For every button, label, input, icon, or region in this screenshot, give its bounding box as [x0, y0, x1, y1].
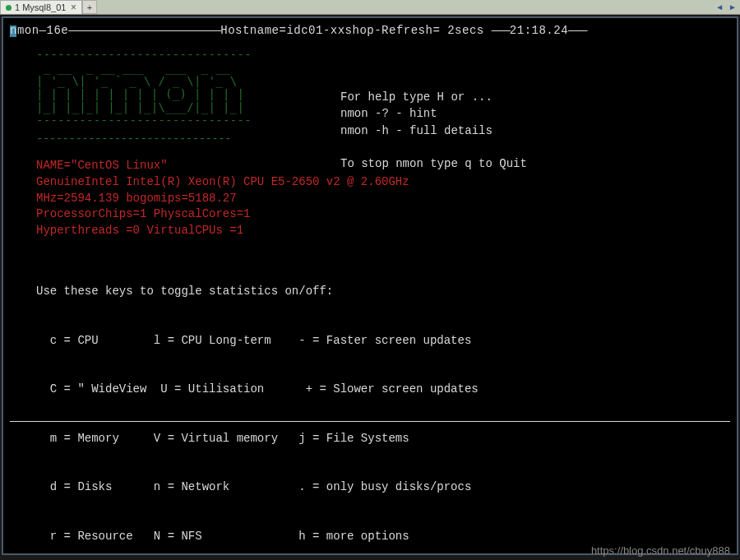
- tab-item[interactable]: 1 Mysql8_01 ×: [0, 0, 82, 14]
- add-tab-button[interactable]: +: [82, 0, 97, 14]
- terminal-window[interactable]: nmon—16e—————————————————————————Hostnam…: [2, 16, 738, 555]
- cpu-model: GenuineIntel Intel(R) Xeon(R) CPU E5-265…: [36, 174, 730, 191]
- tab-bar: 1 Mysql8_01 × + ◄ ►: [0, 0, 740, 15]
- help-quit-line: To stop nmon type q to Quit: [340, 155, 527, 172]
- app-version: nmon—16e: [10, 24, 68, 37]
- keys-title: Use these keys to toggle statistics on/o…: [36, 284, 730, 300]
- tab-nav: ◄ ►: [715, 0, 740, 14]
- nav-left-icon[interactable]: ◄: [715, 2, 724, 12]
- hostname-label: Hostname=idc01-xxshop: [220, 24, 374, 37]
- keys-row: c = CPU l = CPU Long-term - = Faster scr…: [36, 333, 730, 349]
- watermark-text: https://blog.csdn.net/cbuy888: [591, 544, 730, 557]
- help-line: For help type H or ...: [340, 89, 527, 105]
- keys-row: m = Memory V = Virtual memory j = File S…: [36, 431, 730, 447]
- horizontal-rule: [10, 421, 730, 422]
- cpu-chips: ProcessorChips=1 PhyscalCores=1: [36, 206, 730, 223]
- cpu-threads: Hyperthreads =0 VirtualCPUs =1: [36, 223, 730, 239]
- refresh-label: Refresh= 2secs: [382, 24, 484, 37]
- nmon-status-line: nmon—16e—————————————————————————Hostnam…: [10, 23, 730, 39]
- clock-time: 21:18.24: [510, 24, 568, 37]
- keys-row: C = " WideView U = Utilisation + = Slowe…: [36, 382, 730, 398]
- help-line: nmon -h - full details: [340, 123, 527, 139]
- close-icon[interactable]: ×: [71, 2, 76, 13]
- help-line: nmon -? - hint: [340, 105, 527, 122]
- cpu-mhz: MHz=2594.139 bogomips=5188.27: [36, 191, 730, 207]
- keys-row: r = Resource N = NFS h = more options: [36, 529, 730, 545]
- tab-label: 1 Mysql8_01: [15, 2, 66, 12]
- help-text-block: For help type H or ... nmon -? - hint nm…: [340, 89, 527, 172]
- status-dot-icon: [6, 5, 12, 11]
- key-legend: Use these keys to toggle statistics on/o…: [36, 251, 730, 560]
- keys-row: d = Disks n = Network . = only busy disk…: [36, 479, 730, 496]
- nav-right-icon[interactable]: ►: [728, 2, 737, 12]
